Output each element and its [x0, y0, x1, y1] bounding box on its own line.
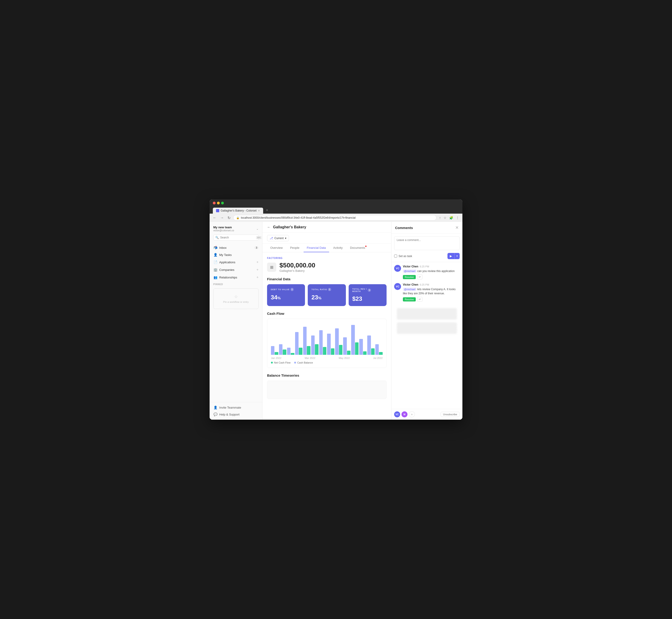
comment-time: 6:25 PM — [420, 283, 429, 286]
add-subscriber-button[interactable]: + — [409, 411, 415, 417]
applications-icon: 📄 — [213, 260, 217, 264]
cash-balance-bar — [343, 337, 347, 355]
footer-item-label: Help & Support — [219, 413, 239, 416]
comment-footer: Resolve ↩ — [403, 275, 460, 279]
comment-avatar: VC — [394, 283, 401, 290]
blurred-comment-2 — [397, 322, 457, 334]
lock-icon: 🔒 — [236, 216, 239, 219]
footer-item-help-support[interactable]: 💬 Help & Support — [211, 411, 260, 418]
sidebar-item-inbox[interactable]: 📬 Inbox 3 — [211, 244, 260, 251]
bookmark-button[interactable]: ☆ — [443, 215, 447, 220]
tab-people[interactable]: People — [287, 244, 302, 252]
forward-nav-button[interactable]: → — [219, 215, 225, 220]
close-comments-button[interactable]: ✕ — [455, 225, 459, 230]
sidebar-item-label: Inbox — [219, 246, 252, 250]
back-button[interactable]: ← — [267, 225, 271, 229]
address-bar[interactable]: 🔒 localhost:3000/client/businesses/090df… — [233, 215, 436, 220]
close-traffic-light[interactable] — [213, 202, 216, 204]
amount-cents: .00 — [306, 262, 315, 269]
toolbar: ⎇ Current ▾ — [263, 233, 391, 244]
tab-documents[interactable]: Documents — [347, 244, 368, 252]
send-comment-button[interactable]: ▶ — [447, 253, 454, 259]
search-input[interactable] — [220, 236, 255, 239]
sidebar-item-label: Applications — [219, 261, 255, 264]
maximize-traffic-light[interactable] — [221, 202, 224, 204]
bar-group — [279, 344, 286, 355]
set-as-task-label[interactable]: Set as task — [394, 255, 412, 258]
bar-group — [303, 327, 310, 355]
active-tab[interactable]: Gallagher's Bakery - Colorset ✕ — [213, 208, 263, 214]
mention-tag[interactable]: @michael — [403, 270, 417, 273]
comment-body: Victor Chen 6:25 PM @michael lets review… — [403, 283, 460, 302]
balance-title: Balance Timeseries — [267, 373, 387, 377]
bar-group — [351, 325, 359, 355]
mention-tag[interactable]: @michael — [403, 288, 417, 291]
cash-balance-bar — [319, 330, 323, 355]
comment-author: Victor Chen — [403, 265, 418, 268]
reload-button[interactable]: ↻ — [227, 215, 231, 220]
unsubscribe-button[interactable]: Unsubscribe — [441, 412, 460, 417]
net-cash-flow-bar — [299, 348, 302, 355]
net-cash-flow-bar — [307, 346, 310, 355]
tab-title: Gallagher's Bakery - Colorset — [221, 209, 256, 212]
net-cash-flow-bar — [323, 347, 326, 355]
version-button[interactable]: ⎇ Current ▾ — [267, 235, 289, 241]
comment-meta: Victor Chen 6:25 PM — [403, 265, 460, 268]
bar-group — [319, 330, 326, 355]
team-info[interactable]: My new team victor@colorset.co ⌄ — [213, 225, 258, 232]
entity-name: Gallagher's Bakery — [280, 269, 315, 272]
applications-add-icon[interactable]: + — [256, 260, 258, 264]
search-bar[interactable]: 🔍 ⌘K — [213, 234, 258, 240]
sidebar-item-companies[interactable]: 🏢 Companies + — [211, 266, 260, 273]
new-tab-button[interactable]: + — [264, 207, 305, 214]
resolve-button[interactable]: Resolve — [403, 275, 416, 279]
relationships-add-icon[interactable]: + — [256, 275, 258, 279]
legend-label: Cash Balance — [297, 361, 313, 364]
stat-card-total-ratio: TOTAL RATIO ℹ 23% — [308, 284, 346, 306]
minimize-traffic-light[interactable] — [217, 202, 220, 204]
net-cash-flow-bar — [355, 342, 359, 355]
bar-group — [287, 348, 294, 355]
sidebar-item-applications[interactable]: 📄 Applications + — [211, 259, 260, 266]
sidebar-item-relationships[interactable]: 👥 Relationships + — [211, 274, 260, 281]
tab-activity[interactable]: Activity — [330, 244, 346, 252]
comment-footer: Resolve ↩ — [403, 297, 460, 302]
main-content: ← Gallagher's Bakery ⎇ Current ▾ Overvie… — [263, 222, 391, 420]
tab-financial-data[interactable]: Financial Data — [304, 244, 329, 252]
send-dropdown-button[interactable]: ▾ — [454, 253, 460, 259]
net-cash-flow-bar — [315, 344, 318, 355]
bar-group — [343, 337, 351, 355]
share-button[interactable]: ↑ — [438, 215, 442, 220]
sidebar-item-my-tasks[interactable]: 👤 My Tasks — [211, 251, 260, 258]
bar-group — [367, 336, 375, 355]
pin-icon: ☆ — [234, 294, 238, 299]
reply-button[interactable]: ↩ — [417, 297, 423, 302]
sidebar-footer: 👤 Invite Teammate 💬 Help & Support — [210, 402, 262, 420]
sidebar-nav: 📬 Inbox 3 👤 My Tasks 📄 Applications + 🏢 … — [210, 243, 262, 402]
legend-label: Net Cash Flow — [274, 361, 291, 364]
documents-notification-dot — [365, 246, 367, 247]
back-nav-button[interactable]: ← — [212, 215, 217, 220]
sidebar: My new team victor@colorset.co ⌄ 🔍 ⌘K 📬 … — [210, 222, 263, 420]
footer-item-invite-teammate[interactable]: 👤 Invite Teammate — [211, 404, 260, 411]
amount-main: $500,000 — [280, 262, 306, 269]
page-header: ← Gallagher's Bakery — [263, 222, 391, 233]
menu-button[interactable]: ⋮ — [455, 215, 460, 220]
financial-data-title: Financial Data — [267, 277, 387, 281]
comment-input[interactable] — [394, 236, 460, 250]
set-as-task-checkbox[interactable] — [394, 255, 397, 258]
comment-item: VC Victor Chen 6:25 PM @michael can you … — [394, 265, 460, 279]
bar-group — [327, 334, 334, 355]
footer-item-label: Invite Teammate — [219, 406, 241, 409]
tab-overview[interactable]: Overview — [267, 244, 286, 252]
reply-button[interactable]: ↩ — [417, 275, 423, 279]
my-tasks-icon: 👤 — [213, 253, 217, 257]
resolve-button[interactable]: Resolve — [403, 297, 416, 301]
extension-button[interactable]: 🧩 — [448, 215, 454, 220]
tab-close-button[interactable]: ✕ — [258, 209, 260, 212]
companies-add-icon[interactable]: + — [256, 268, 258, 272]
version-icon: ⎇ — [270, 236, 273, 240]
team-name: My new team — [213, 225, 234, 229]
inbox-badge: 3 — [254, 246, 258, 249]
tab-favicon — [216, 209, 219, 212]
